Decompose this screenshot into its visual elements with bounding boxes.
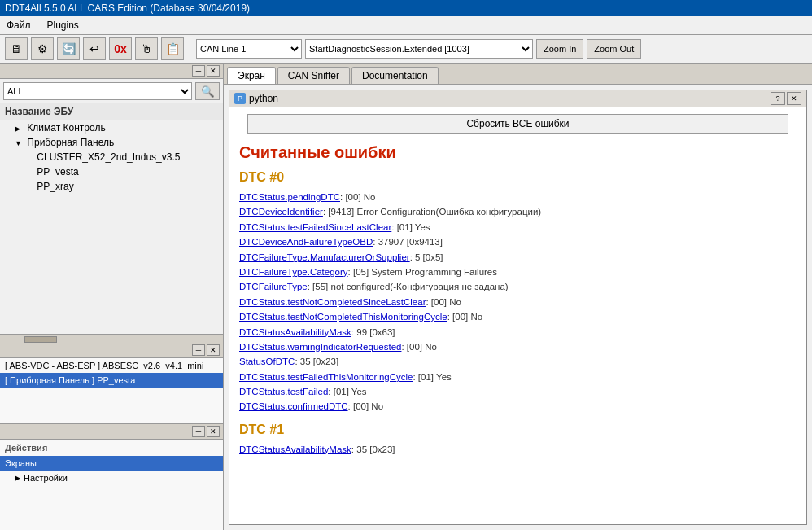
dtc0-key-10[interactable]: DTCStatus.warningIndicatorRequested: [239, 342, 401, 352]
session-select[interactable]: StartDiagnosticSession.Extended [1003]: [305, 39, 533, 59]
dtc0-key-13[interactable]: DTCStatus.testFailed: [239, 387, 328, 396]
app-title: DDT4All 5.5.0 ALL CARS Edition (Database…: [5, 2, 250, 14]
toolbar-btn-6[interactable]: 🖱: [135, 37, 158, 60]
tab-screen[interactable]: Экран: [227, 67, 276, 84]
dtc0-val-11: : 35 [0x23]: [295, 357, 338, 366]
toolbar-btn-3[interactable]: 🔄: [57, 37, 80, 60]
python-window: P python ? ✕ Сбросить ВСЕ ошибки Считанн…: [229, 90, 807, 525]
dtc0-val-4: : 5 [0x5]: [410, 252, 443, 262]
dtc0-key-2[interactable]: DTCStatus.testFailedSinceLastClear: [239, 222, 391, 232]
dtc0-key-5[interactable]: DTCFailureType.Category: [239, 267, 348, 277]
right-panel: Экран CAN Sniffer Documentation P python…: [224, 64, 812, 530]
ecu-minimize-btn[interactable]: ─: [192, 344, 205, 356]
dtc0-line-11: StatusOfDTC: 35 [0x23]: [239, 354, 797, 369]
dtc0-key-3[interactable]: DTCDeviceAndFailureTypeOBD: [239, 237, 373, 247]
dtc0-key-9[interactable]: DTCStatusAvailabilityMask: [239, 327, 351, 337]
search-button[interactable]: 🔍: [195, 82, 220, 100]
dtc0-val-8: : [00] No: [447, 312, 482, 322]
dtc0-title: DTC #0: [239, 170, 797, 185]
expand-icon-klimat: ▶: [15, 125, 24, 133]
actions-label: Действия: [0, 440, 223, 456]
ecu-item-pp[interactable]: [ Приборная Панель ] PP_vesta: [0, 373, 223, 388]
toolbar-btn-4[interactable]: ↩: [83, 37, 106, 60]
python-title-left: P python: [234, 93, 278, 104]
zoom-out-button[interactable]: Zoom Out: [587, 39, 641, 59]
tree-header: Название ЭБУ: [0, 103, 223, 120]
expand-icon-pribornaya: ▼: [15, 139, 24, 147]
dtc0-line-3: DTCDeviceAndFailureTypeOBD: 37907 [0x941…: [239, 234, 797, 249]
python-title-buttons: ? ✕: [771, 92, 801, 105]
dtc0-val-13: : [01] Yes: [328, 387, 366, 396]
python-content[interactable]: Сбросить ВСЕ ошибки Считанные ошибки DTC…: [229, 107, 806, 524]
can-line-select[interactable]: CAN Line 1: [196, 39, 302, 59]
ecu-close-btn[interactable]: ✕: [207, 344, 220, 356]
dtc0-line-13: DTCStatus.testFailed: [01] Yes: [239, 384, 797, 399]
tree-item-cluster[interactable]: CLUSTER_X52_2nd_Indus_v3.5: [0, 150, 223, 164]
left-panel: ─ ✕ ALL 🔍 Название ЭБУ ▶ Климат Контроль: [0, 64, 224, 530]
dtc0-key-7[interactable]: DTCStatus.testNotCompletedSinceLastClear: [239, 297, 426, 307]
actions-controls: ─ ✕: [192, 426, 220, 437]
ecu-list-header: ─ ✕: [0, 343, 223, 358]
python-icon: P: [234, 93, 246, 104]
dtc0-val-7: : [00] No: [426, 297, 461, 307]
dtc0-key-11[interactable]: StatusOfDTC: [239, 357, 295, 366]
menu-plugins[interactable]: Plugins: [44, 18, 82, 33]
tree-item-klimat[interactable]: ▶ Климат Контроль: [0, 120, 223, 135]
dtc0-val-9: : 99 [0x63]: [351, 327, 395, 337]
tree-item-pp-xray[interactable]: PP_xray: [0, 179, 223, 194]
menu-file[interactable]: Файл: [3, 18, 34, 33]
actions-settings[interactable]: ▶ Настройки: [0, 471, 223, 485]
dtc0-key-1[interactable]: DTCDeviceIdentifier: [239, 207, 323, 217]
python-help-btn[interactable]: ?: [771, 92, 785, 105]
zoom-in-button[interactable]: Zoom In: [536, 39, 583, 59]
filter-select[interactable]: ALL: [3, 82, 192, 100]
tree-container[interactable]: ▶ Климат Контроль ▼ Приборная Панель CLU…: [0, 120, 223, 334]
tree-minimize-btn[interactable]: ─: [192, 65, 205, 77]
actions-screens[interactable]: Экраны: [0, 456, 223, 471]
dtc0-line-12: DTCStatus.testFailedThisMonitoringCycle:…: [239, 370, 797, 384]
tab-documentation[interactable]: Documentation: [351, 67, 439, 84]
toolbar: 🖥 ⚙ 🔄 ↩ 0x 🖱 📋 CAN Line 1 StartDiagnosti…: [0, 35, 812, 64]
dtc0-key-14[interactable]: DTCStatus.confirmedDTC: [239, 401, 348, 411]
dtc0-val-12: : [01] Yes: [413, 372, 451, 382]
dtc0-val-10: : [00] No: [401, 342, 436, 352]
title-bar: DDT4All 5.5.0 ALL CARS Edition (Database…: [0, 0, 812, 16]
errors-title: Считанные ошибки: [239, 143, 797, 162]
dtc0-line-14: DTCStatus.confirmedDTC: [00] No: [239, 399, 797, 414]
toolbar-btn-5[interactable]: 0x: [109, 37, 132, 60]
dtc0-val-0: : [00] No: [340, 192, 375, 202]
toolbar-btn-7[interactable]: 📋: [161, 37, 184, 60]
dtc1-key-0[interactable]: DTCStatusAvailabilityMask: [239, 445, 351, 454]
dtc1-line-0: DTCStatusAvailabilityMask: 35 [0x23]: [239, 442, 797, 457]
dtc0-key-8[interactable]: DTCStatus.testNotCompletedThisMonitoring…: [239, 312, 447, 322]
toolbar-btn-1[interactable]: 🖥: [5, 37, 28, 60]
dtc0-val-1: : [9413] Error Configuration(Ошибка конф…: [323, 207, 541, 217]
ecu-item-abs[interactable]: [ ABS-VDC - ABS-ESP ] ABSESC_v2.6_v4.1_m…: [0, 358, 223, 373]
dtc0-val-5: : [05] System Programming Failures: [348, 267, 497, 277]
tree-close-btn[interactable]: ✕: [207, 65, 220, 77]
dtc0-line-5: DTCFailureType.Category: [05] System Pro…: [239, 265, 797, 279]
dtc0-key-12[interactable]: DTCStatus.testFailedThisMonitoringCycle: [239, 372, 413, 382]
dtc0-val-6: : [55] not configured(-Конфигурация не з…: [308, 282, 509, 291]
dtc0-key-0[interactable]: DTCStatus.pendingDTC: [239, 192, 340, 202]
actions-minimize-btn[interactable]: ─: [192, 426, 205, 437]
reset-errors-button[interactable]: Сбросить ВСЕ ошибки: [247, 114, 788, 134]
python-title-text: python: [249, 93, 278, 104]
python-close-btn[interactable]: ✕: [787, 92, 801, 105]
actions-close-btn[interactable]: ✕: [207, 426, 220, 437]
dtc0-line-7: DTCStatus.testNotCompletedSinceLastClear…: [239, 295, 797, 309]
dtc0-line-0: DTCStatus.pendingDTC: [00] No: [239, 190, 797, 204]
separator-1: [190, 39, 190, 59]
tree-item-pribornaya[interactable]: ▼ Приборная Панель: [0, 135, 223, 150]
dtc0-line-1: DTCDeviceIdentifier: [9413] Error Config…: [239, 204, 797, 219]
dtc0-line-10: DTCStatus.warningIndicatorRequested: [00…: [239, 339, 797, 354]
dtc0-val-2: : [01] Yes: [391, 222, 430, 232]
tab-bar: Экран CAN Sniffer Documentation: [224, 64, 812, 85]
toolbar-btn-2[interactable]: ⚙: [31, 37, 54, 60]
dtc0-key-4[interactable]: DTCFailureType.ManufacturerOrSupplier: [239, 252, 410, 262]
tab-can-sniffer[interactable]: CAN Sniffer: [277, 67, 350, 84]
tree-item-pp-vesta[interactable]: PP_vesta: [0, 164, 223, 179]
python-title-bar: P python ? ✕: [229, 90, 806, 107]
dtc0-line-8: DTCStatus.testNotCompletedThisMonitoring…: [239, 309, 797, 324]
dtc0-key-6[interactable]: DTCFailureType: [239, 282, 308, 291]
